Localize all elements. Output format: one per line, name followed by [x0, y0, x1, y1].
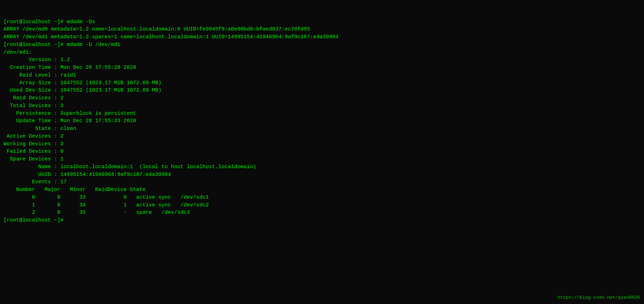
terminal-output: [root@localhost ~]# mdadm -DsARRAY /dev/… — [4, 18, 640, 224]
terminal-line: Persistence : Superblock is persistent — [4, 110, 640, 118]
watermark: https://blog.csdn.net/qian0626 — [558, 295, 640, 301]
terminal-line: 0 8 33 0 active sync /dev/sdc1 — [4, 194, 640, 201]
terminal-line: /dev/md1: — [4, 49, 640, 57]
terminal-line: Raid Devices : 2 — [4, 94, 640, 102]
terminal-line: State : clean — [4, 125, 640, 133]
terminal-line: Creation Time : Mon Dec 28 17:55:28 2020 — [4, 64, 640, 72]
terminal-line: [root@localhost ~]# mdadm -Ds — [4, 18, 640, 26]
terminal-line: Failed Devices : 0 — [4, 148, 640, 156]
terminal-line: Name : localhost.localdomain:1 (local to… — [4, 163, 640, 171]
terminal-line: 1 8 34 1 active sync /dev/sdc2 — [4, 201, 640, 209]
terminal-line: [root@localhost ~]# mdadm -D /dev/md1 — [4, 41, 640, 49]
terminal-line: Update Time : Mon Dec 28 17:55:33 2020 — [4, 117, 640, 125]
terminal-line: Working Devices : 3 — [4, 140, 640, 148]
terminal-line: 2 8 35 - spare /dev/sdc3 — [4, 209, 640, 217]
terminal-line: UUID : 14995154:41940904:9af9c187:e4a309… — [4, 171, 640, 179]
terminal-line: ARRAY /dev/md1 metadata=1.2 spares=1 nam… — [4, 33, 640, 41]
terminal-line: Raid Level : raid1 — [4, 72, 640, 79]
terminal-line: Total Devices : 3 — [4, 102, 640, 110]
terminal-window: [root@localhost ~]# mdadm -DsARRAY /dev/… — [4, 3, 640, 301]
terminal-line: Array Size : 1047552 (1023.17 MiB 1072.6… — [4, 79, 640, 87]
terminal-line: Used Dev Size : 1047552 (1023.17 MiB 107… — [4, 87, 640, 94]
terminal-line: Active Devices : 2 — [4, 133, 640, 140]
terminal-line: Number Major Minor RaidDevice State — [4, 186, 640, 194]
terminal-line: Version : 1.2 — [4, 56, 640, 64]
terminal-line: Events : 17 — [4, 178, 640, 186]
terminal-line: ARRAY /dev/md0 metadata=1.2 name=localho… — [4, 26, 640, 33]
terminal-line: [root@localhost ~]# — [4, 217, 640, 224]
terminal-line: Spare Devices : 1 — [4, 156, 640, 163]
